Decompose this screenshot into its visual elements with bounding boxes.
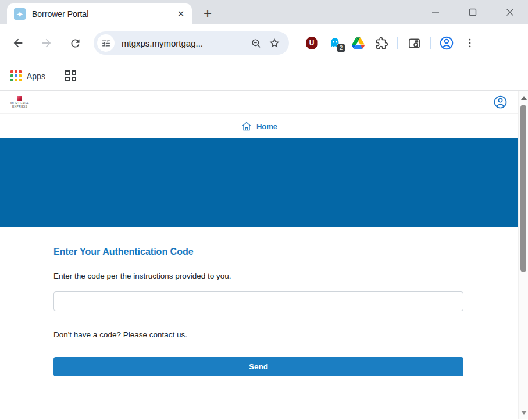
scroll-down-icon[interactable] <box>519 408 528 417</box>
mortgage-express-logo[interactable]: MORTGAGE EXPRESS <box>10 96 29 108</box>
browser-tab[interactable]: ✦ Borrower Portal ✕ <box>7 3 192 24</box>
site-settings-icon[interactable] <box>97 34 115 52</box>
bookmarks-bar: Apps <box>0 62 528 91</box>
profile-avatar-icon[interactable] <box>439 35 454 51</box>
scroll-up-icon[interactable] <box>519 93 528 102</box>
address-bar[interactable] <box>94 31 289 55</box>
toolbar-separator <box>397 37 398 49</box>
ghostery-extension-icon[interactable]: 2 <box>327 35 343 51</box>
back-icon[interactable] <box>8 33 28 53</box>
browser-toolbar: U 2 <box>0 24 528 62</box>
side-panel-search-icon[interactable] <box>406 35 422 51</box>
bookmark-star-icon[interactable] <box>267 35 282 51</box>
logo-mark-icon <box>17 96 22 101</box>
google-drive-extension-icon[interactable] <box>351 35 366 51</box>
logo-text-line2: EXPRESS <box>12 105 27 109</box>
page-scrollbar[interactable] <box>518 91 528 419</box>
ublock-extension-icon[interactable]: U <box>304 35 319 51</box>
extensions-area: U 2 <box>304 35 477 51</box>
reload-icon[interactable] <box>65 33 85 53</box>
extension-badge: 2 <box>337 44 345 52</box>
close-window-icon[interactable] <box>502 5 518 20</box>
auth-heading: Enter Your Authentication Code <box>53 247 463 257</box>
tab-strip: ✦ Borrower Portal ✕ + <box>0 0 528 24</box>
home-link[interactable]: Home <box>241 120 277 132</box>
page-viewport: MORTGAGE EXPRESS Home Enter Your Authent… <box>0 91 528 419</box>
scrollbar-thumb[interactable] <box>520 105 526 272</box>
apps-grid-icon <box>10 70 22 81</box>
auth-help-text: Don't have a code? Please contact us. <box>53 330 463 339</box>
tab-title: Borrower Portal <box>32 9 176 19</box>
grid-favicon-icon <box>65 70 76 81</box>
forward-icon[interactable] <box>37 33 56 53</box>
auth-code-input[interactable] <box>53 291 463 311</box>
toolbar-separator <box>430 37 431 49</box>
account-icon[interactable] <box>493 95 508 109</box>
bookmark-grid-site[interactable] <box>65 70 76 81</box>
tab-favicon-icon: ✦ <box>14 8 26 20</box>
auth-section: Enter Your Authentication Code Enter the… <box>0 227 518 376</box>
tab-close-icon[interactable]: ✕ <box>176 9 186 19</box>
auth-instructions: Enter the code per the instructions prov… <box>53 272 463 280</box>
bookmark-apps-label: Apps <box>27 72 45 81</box>
url-input[interactable] <box>122 38 245 48</box>
bookmark-apps[interactable]: Apps <box>10 70 45 81</box>
extensions-puzzle-icon[interactable] <box>374 35 389 51</box>
hero-banner <box>0 138 518 227</box>
minimize-icon[interactable] <box>428 5 443 20</box>
zoom-out-icon[interactable] <box>248 35 263 51</box>
site-nav: Home <box>0 114 518 138</box>
window-controls <box>428 0 522 24</box>
maximize-icon[interactable] <box>465 5 480 20</box>
send-button[interactable]: Send <box>53 357 463 376</box>
home-label: Home <box>256 122 277 131</box>
new-tab-button[interactable]: + <box>199 5 216 22</box>
site-header: MORTGAGE EXPRESS <box>0 91 518 114</box>
home-icon <box>241 120 252 132</box>
menu-kebab-icon[interactable] <box>462 35 477 51</box>
